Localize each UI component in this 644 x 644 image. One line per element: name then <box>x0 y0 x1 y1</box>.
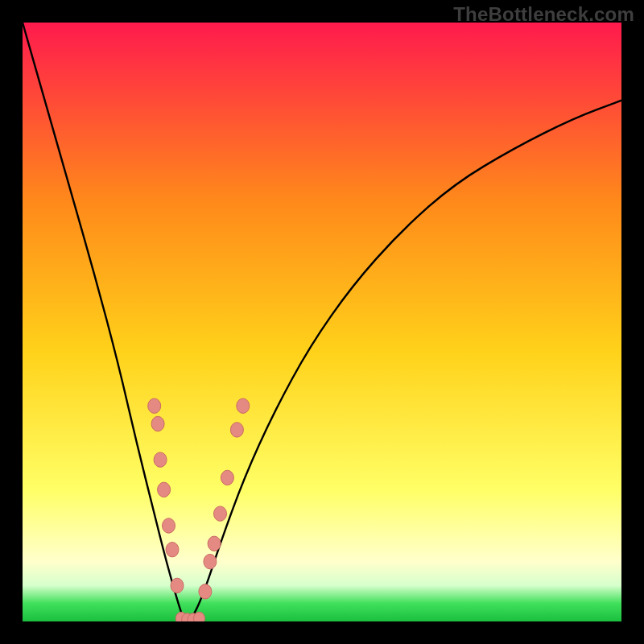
plot-area <box>23 23 621 621</box>
gradient-background <box>23 23 621 621</box>
outer-black-border: TheBottleneck.com <box>0 0 644 644</box>
data-dot <box>214 506 227 521</box>
data-dot <box>237 398 250 413</box>
data-dot <box>163 518 175 533</box>
data-dot <box>154 452 167 467</box>
chart-svg <box>23 23 621 621</box>
data-dot <box>204 554 217 568</box>
data-dot <box>230 423 243 437</box>
data-dot <box>208 536 221 551</box>
data-dot <box>158 482 171 497</box>
data-dot <box>166 543 179 557</box>
data-dot <box>151 416 164 431</box>
data-dot <box>221 470 233 485</box>
data-dot <box>199 584 212 599</box>
data-dot <box>171 578 184 592</box>
data-dot <box>194 612 205 621</box>
data-dot <box>148 398 161 413</box>
